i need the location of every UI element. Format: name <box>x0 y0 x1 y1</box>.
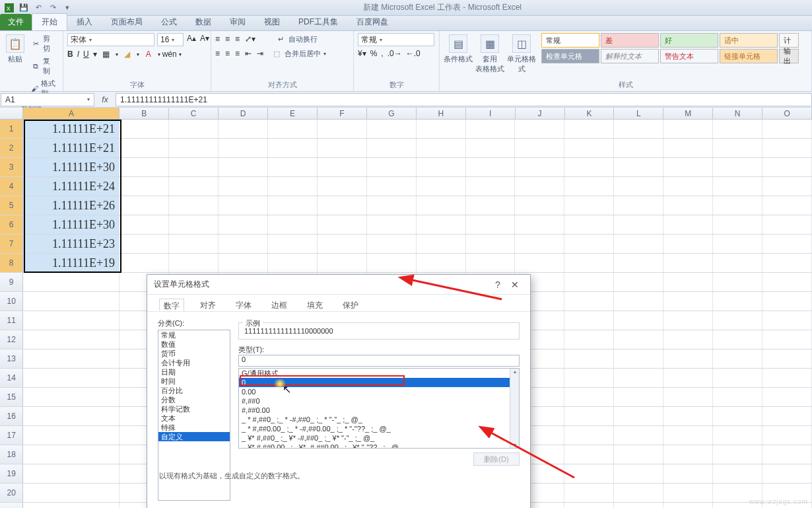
row-header[interactable]: 9 <box>0 273 23 291</box>
cell[interactable] <box>23 426 119 445</box>
cell[interactable] <box>119 235 169 253</box>
cell[interactable] <box>663 158 713 176</box>
cell[interactable] <box>663 445 713 464</box>
cell[interactable] <box>762 215 812 234</box>
row-header[interactable]: 3 <box>0 158 23 176</box>
tab-review[interactable]: 审阅 <box>220 14 255 30</box>
percent-icon[interactable]: % <box>370 49 378 58</box>
col-header-D[interactable]: D <box>219 108 268 119</box>
cell[interactable] <box>119 120 169 138</box>
cell[interactable] <box>614 311 663 330</box>
cell[interactable] <box>614 177 663 196</box>
formula-input[interactable]: 1.11111111111111E+21 <box>116 93 812 106</box>
category-item[interactable]: 自定义 <box>158 432 230 441</box>
tab-home[interactable]: 开始 <box>32 13 67 30</box>
cell[interactable] <box>713 177 762 196</box>
font-name-combo[interactable]: 宋体▾ <box>67 33 154 46</box>
cell[interactable] <box>762 464 812 483</box>
cell[interactable] <box>564 388 614 406</box>
format-item[interactable]: _ * #,##0_ ;_ * -#,##0_ ;_ * "-"_ ;_ @_ <box>239 415 519 424</box>
tab-file[interactable]: 文件 <box>0 14 32 30</box>
cell[interactable] <box>318 139 367 157</box>
cell[interactable] <box>713 235 762 253</box>
cell[interactable] <box>614 503 663 508</box>
dialog-tab[interactable]: 保护 <box>339 299 362 311</box>
comma-icon[interactable]: , <box>381 49 383 58</box>
cell[interactable] <box>23 464 119 483</box>
cell[interactable] <box>663 388 713 406</box>
cell[interactable] <box>614 388 663 406</box>
category-item[interactable]: 特殊 <box>158 423 230 432</box>
cell[interactable] <box>169 120 219 138</box>
cell[interactable] <box>614 196 663 215</box>
cell[interactable] <box>515 196 564 215</box>
cell[interactable] <box>466 235 516 253</box>
dec-decimal-icon[interactable]: ←.0 <box>406 49 421 58</box>
align-left-icon[interactable]: ≡ <box>215 49 220 58</box>
cut-button[interactable]: ✂剪切 <box>28 33 59 54</box>
dialog-tab[interactable]: 数字 <box>159 299 184 311</box>
format-item[interactable]: _ ¥* #,##0.00_ ;_ ¥* -#,##0.00_ ;_ ¥* "-… <box>239 443 519 449</box>
format-item[interactable]: 0.00 <box>239 387 519 396</box>
cell[interactable] <box>564 235 614 253</box>
cell[interactable] <box>169 235 219 253</box>
indent-dec-icon[interactable]: ⇤ <box>245 49 252 58</box>
cell[interactable] <box>614 330 663 349</box>
underline-button[interactable]: U <box>83 50 89 59</box>
cell[interactable] <box>466 254 516 272</box>
format-item[interactable]: _ * #,##0.00_ ;_ * -#,##0.00_ ;_ * "-"??… <box>239 424 519 433</box>
cell[interactable] <box>119 158 169 176</box>
qat-more-icon[interactable]: ▾ <box>62 3 73 13</box>
category-item[interactable]: 文本 <box>158 414 230 423</box>
cell[interactable] <box>564 484 614 502</box>
col-header-B[interactable]: B <box>119 108 169 119</box>
style-calc[interactable]: 计 <box>779 33 799 48</box>
cell[interactable] <box>663 311 713 330</box>
cell[interactable] <box>367 120 417 138</box>
align-top-icon[interactable]: ≡ <box>215 34 220 44</box>
shrink-font-icon[interactable]: A▾ <box>199 33 210 44</box>
cell[interactable] <box>219 177 268 196</box>
col-header-N[interactable]: N <box>713 108 762 119</box>
cell[interactable] <box>762 292 812 310</box>
cell[interactable] <box>713 120 762 138</box>
cell[interactable] <box>614 369 663 387</box>
cell[interactable] <box>663 426 713 445</box>
cell[interactable] <box>564 426 614 445</box>
cell[interactable] <box>23 407 119 425</box>
cell[interactable] <box>23 484 119 502</box>
cell[interactable] <box>713 330 762 349</box>
row-header[interactable]: 13 <box>0 349 23 368</box>
cell[interactable] <box>119 215 169 234</box>
cell[interactable] <box>417 177 466 196</box>
cell[interactable] <box>614 273 663 291</box>
cell[interactable] <box>564 349 614 368</box>
number-format-combo[interactable]: 常规▾ <box>358 33 434 46</box>
cell[interactable] <box>268 120 318 138</box>
dialog-tab[interactable]: 对齐 <box>196 299 220 311</box>
cell[interactable] <box>713 388 762 406</box>
cell[interactable] <box>762 369 812 387</box>
cell[interactable] <box>663 484 713 502</box>
style-bad[interactable]: 差 <box>601 33 659 48</box>
cell[interactable] <box>762 158 812 176</box>
cell[interactable] <box>367 254 417 272</box>
orientation-icon[interactable]: ⤢▾ <box>245 34 255 44</box>
cell[interactable] <box>762 445 812 464</box>
format-item[interactable]: #,##0.00 <box>239 406 519 415</box>
spreadsheet-grid[interactable]: ABCDEFGHIJKLMNO 11.11111E+2121.11111E+21… <box>0 108 812 508</box>
cell[interactable] <box>663 254 713 272</box>
cell[interactable] <box>713 349 762 368</box>
conditional-format-button[interactable]: ▤条件格式 <box>444 33 473 64</box>
cell[interactable] <box>762 139 812 157</box>
cell[interactable] <box>564 215 614 234</box>
tab-formula[interactable]: 公式 <box>152 14 186 30</box>
cell[interactable] <box>268 158 318 176</box>
cell[interactable] <box>663 235 713 253</box>
type-input[interactable]: 0 <box>238 355 520 367</box>
paste-button[interactable]: 📋 粘贴 <box>4 33 26 64</box>
row-header[interactable]: 7 <box>0 235 23 253</box>
cell[interactable] <box>417 235 466 253</box>
cell[interactable] <box>762 177 812 196</box>
help-button[interactable]: ? <box>489 279 506 290</box>
